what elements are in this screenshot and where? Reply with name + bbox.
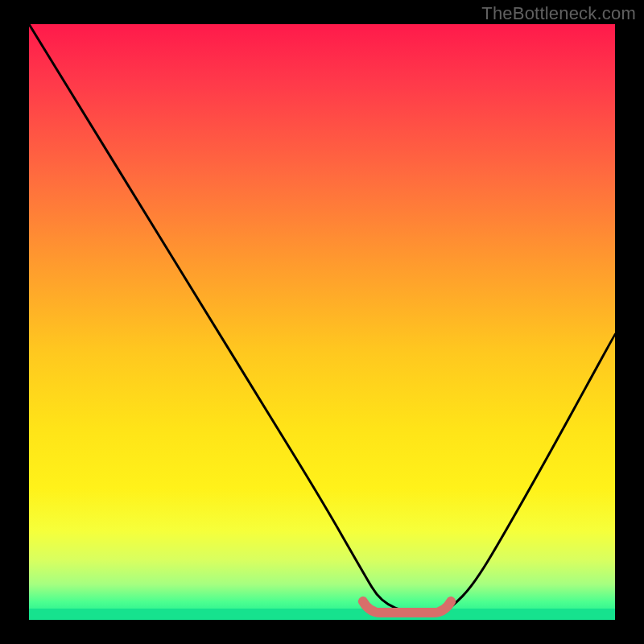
valley-highlight xyxy=(29,24,615,620)
chart-stage: TheBottleneck.com xyxy=(0,0,644,644)
watermark-text: TheBottleneck.com xyxy=(481,3,636,24)
plot-area xyxy=(29,24,615,620)
